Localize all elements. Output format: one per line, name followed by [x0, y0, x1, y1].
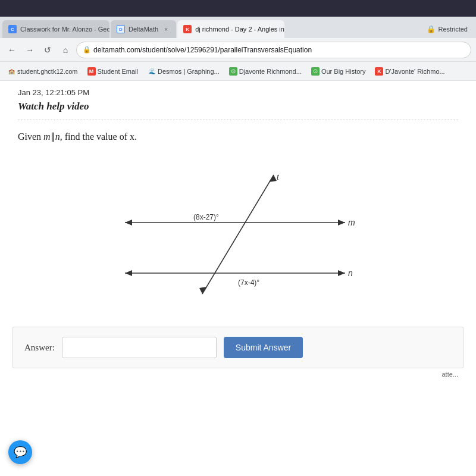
svg-marker-1: [125, 220, 132, 226]
bookmarks-bar: 🏫 student.ghctk12.com M Student Email 🌊 …: [0, 62, 476, 81]
tab-bar: C Classwork for Mr. Alonzo - Geom... × D…: [0, 17, 476, 38]
richmond-tab-label: dj richmond - Day 2 - Angles in T...: [195, 26, 284, 33]
bookmark-desmos[interactable]: 🌊 Desmos | Graphing...: [145, 66, 222, 77]
url-bar[interactable]: 🔒 deltamath.com/student/solve/12596291/p…: [76, 42, 471, 58]
answer-label: Answer:: [24, 343, 55, 353]
answer-input[interactable]: [62, 337, 217, 358]
content-area: Jan 23, 12:21:05 PM Watch help video Giv…: [0, 81, 476, 476]
chat-icon: 💬: [14, 446, 27, 459]
desmos-icon: 🌊: [148, 67, 156, 76]
bookmark-djavonte[interactable]: ⊙ Djavonte Richmond...: [227, 66, 304, 77]
bighistory-label: Our Big History: [321, 68, 366, 75]
deltamath-tab-label: DeltaMath: [129, 26, 158, 33]
djavonte-icon: ⊙: [229, 67, 237, 76]
classwork-tab-label: Classwork for Mr. Alonzo - Geom...: [20, 26, 109, 33]
svg-marker-4: [125, 270, 132, 276]
home-button[interactable]: ⌂: [58, 43, 73, 57]
bookmark-email[interactable]: M Student Email: [85, 66, 140, 77]
secure-icon: 🔒: [83, 46, 91, 54]
svg-marker-5: [338, 270, 345, 276]
bighistory-icon: ⊙: [311, 67, 320, 76]
section-divider: [18, 120, 458, 120]
ghctk12-icon: 🏫: [7, 67, 15, 76]
djavonte-label: Djavonte Richmond...: [239, 68, 302, 75]
classwork-tab-icon: C: [8, 25, 17, 33]
restricted-label: Restricted: [438, 26, 468, 33]
title-bar: [0, 0, 476, 17]
chat-bubble[interactable]: 💬: [8, 440, 32, 464]
svg-line-6: [202, 175, 274, 294]
address-bar: ← → ↺ ⌂ 🔒 deltamath.com/student/solve/12…: [0, 38, 476, 62]
timestamp: Jan 23, 12:21:05 PM: [18, 88, 458, 97]
transversal-label: t: [277, 173, 280, 181]
ghctk12-label: student.ghctk12.com: [17, 68, 78, 75]
tab-richmond[interactable]: K dj richmond - Day 2 - Angles in T... ×: [177, 20, 284, 38]
email-icon: M: [87, 67, 96, 76]
tab-deltamath[interactable]: D DeltaMath ×: [111, 20, 176, 38]
djavonte2-icon: K: [375, 67, 383, 76]
diagram-area: m n t (8x-27)°: [18, 154, 458, 309]
watch-help-link[interactable]: Watch help video: [18, 101, 458, 112]
back-button[interactable]: ←: [5, 43, 19, 57]
line-n-label: n: [348, 268, 353, 278]
desmos-label: Desmos | Graphing...: [158, 68, 220, 75]
bookmark-ghctk12[interactable]: 🏫 student.ghctk12.com: [5, 66, 80, 77]
url-text: deltamath.com/student/solve/12596291/par…: [93, 46, 312, 54]
angle-1-label: (8x-27)°: [193, 213, 219, 221]
deltamath-tab-icon: D: [117, 25, 125, 33]
richmond-tab-icon: K: [183, 25, 192, 33]
tab-classwork[interactable]: C Classwork for Mr. Alonzo - Geom... ×: [2, 20, 109, 38]
lock-icon: 🔒: [427, 25, 436, 33]
page-content: Jan 23, 12:21:05 PM Watch help video Giv…: [0, 81, 476, 476]
bookmark-bighistory[interactable]: ⊙ Our Big History: [309, 66, 368, 77]
bookmark-djavonte2[interactable]: K D'Javonte' Richmo...: [372, 66, 447, 77]
submit-button[interactable]: Submit Answer: [224, 337, 303, 358]
m-variable: m: [43, 131, 51, 142]
email-label: Student Email: [98, 68, 138, 75]
deltamath-tab-close[interactable]: ×: [162, 25, 170, 33]
n-variable: n: [55, 131, 60, 142]
attempts-text: atte...: [18, 368, 458, 380]
line-m-label: m: [348, 218, 355, 227]
reload-button[interactable]: ↺: [40, 43, 55, 57]
angle-2-label: (7x-4)°: [238, 278, 259, 287]
problem-statement: Given m∥n, find the value of x.: [18, 131, 458, 142]
svg-marker-2: [338, 220, 345, 226]
tab-restricted[interactable]: 🔒 Restricted: [421, 20, 474, 38]
answer-area: Answer: Submit Answer: [12, 327, 464, 368]
forward-button[interactable]: →: [23, 43, 37, 57]
djavonte2-label: D'Javonte' Richmo...: [385, 68, 444, 75]
geometry-diagram: m n t (8x-27)°: [101, 157, 375, 306]
